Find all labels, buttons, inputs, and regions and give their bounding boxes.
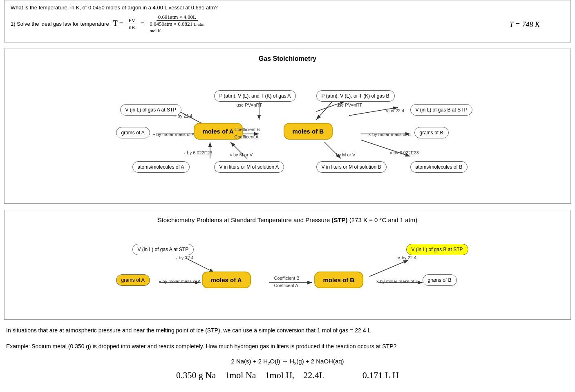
stp-label-coeff-B: Coefficient B <box>274 276 300 281</box>
gas-stoich-title: Gas Stoichiometry <box>11 55 564 62</box>
label-div-22-4-A: ÷ by 22.4 <box>174 114 192 118</box>
label-mov-B: ÷ by M or V <box>333 152 356 157</box>
stp-node-grams-A: grams of A <box>116 274 150 286</box>
handwriting-calculation: 0.350 g Na 1mol Na 1mol H2 22.4L 0.171 L… <box>0 370 575 381</box>
fraction: PV nR <box>127 17 137 31</box>
label-coeff-B: Coefficient B <box>235 127 260 132</box>
question-text: What is the temperature, in K, of 0.0450… <box>11 4 564 11</box>
solution-row: 1) Solve the ideal gas law for temperatu… <box>11 14 564 34</box>
stp-title-prefix: Stoichiometry Problems at Standard Tempe… <box>158 216 332 223</box>
node-p-atm-B: P (atm), V (L), or T (K) of gas B <box>316 90 395 102</box>
stp-node-moles-B: moles of B <box>314 272 364 288</box>
node-v-stp-B: V (in L) of gas B at STP <box>410 104 472 116</box>
label-mov-A: × by M or V <box>230 152 253 157</box>
stp-node-grams-B: grams of B <box>423 274 457 286</box>
stp-section: Stoichiometry Problems at Standard Tempe… <box>4 210 571 320</box>
stp-description: In situations that are at atmospheric pr… <box>6 326 569 336</box>
fraction-denominator: nR <box>127 24 136 31</box>
stp-node-v-stp-A: V (in L) of gas A at STP <box>132 244 194 255</box>
label-pvnrt-A: use PV=nRT <box>237 102 262 107</box>
stp-bold: (STP) <box>331 216 347 223</box>
formula-handwriting: T = PV nR = 0.691atm × 4.00L 0.0450atm ×… <box>113 14 208 34</box>
label-pvnrt-B: use PV=nRT <box>337 102 362 107</box>
handwriting-text: 0.350 g Na 1mol Na 1mol H2 22.4L 0.171 L… <box>176 370 399 380</box>
fraction-num-val: 0.691atm × 4.00L <box>157 14 198 21</box>
node-atoms-B: atoms/molecules of B <box>410 161 468 173</box>
svg-line-15 <box>186 258 214 272</box>
stp-title-suffix: (273 K = 0 °C and 1 atm) <box>349 216 418 223</box>
node-v-stp-A: V (in L) of gas A at STP <box>120 104 182 116</box>
node-atoms-A: atoms/molecules of A <box>132 161 190 173</box>
label-div-avogadro-A: ÷ by 6.022E23 <box>183 150 213 155</box>
example-text: Example: Sodium metal (0.350 g) is dropp… <box>6 342 569 352</box>
svg-line-18 <box>369 260 408 276</box>
label-times-22-4-B: × by 22.4 <box>386 108 405 113</box>
stp-node-v-stp-B: V (in L) of gas B at STP <box>406 244 468 255</box>
stp-label-molar-A: ÷ by molar mass of A <box>159 279 201 284</box>
svg-line-13 <box>316 101 333 120</box>
equation-text: 2 Na(s) + 2 H2O(l) → H2(g) + 2 NaOH(aq) <box>231 358 344 365</box>
text-section-example: Example: Sodium metal (0.350 g) is dropp… <box>4 342 571 352</box>
stp-flow-diagram: V (in L) of gas A at STP ÷ by 22.4 grams… <box>83 232 492 313</box>
fraction-den-val: 0.0450atm × 0.0821 L·atmmol·K <box>148 21 206 34</box>
text-section-1: In situations that are at atmospheric pr… <box>4 326 571 336</box>
gas-stoich-section: Gas Stoichiometry <box>4 49 571 204</box>
flow-diagram: P (atm), V (L), and T (K) of gas A P (at… <box>63 71 512 197</box>
fraction-values: 0.691atm × 4.00L 0.0450atm × 0.0821 L·at… <box>148 14 206 34</box>
stp-title: Stoichiometry Problems at Standard Tempe… <box>11 216 564 223</box>
stp-node-moles-A: moles of A <box>202 272 251 288</box>
fraction-numerator: PV <box>127 17 137 24</box>
node-v-liters-A: V in liters or M of solution A <box>214 161 284 173</box>
label-div-molar-A: ÷ by molar mass of A <box>153 132 195 137</box>
step-label: 1) Solve the ideal gas law for temperatu… <box>11 21 109 27</box>
node-grams-A: grams of A <box>116 127 150 138</box>
node-p-atm-A: P (atm), V (L), and T (K) of gas A <box>214 90 296 102</box>
chemical-equation: 2 Na(s) + 2 H2O(l) → H2(g) + 2 NaOH(aq) <box>0 358 575 366</box>
ideal-gas-section: What is the temperature, in K, of 0.0450… <box>4 0 571 42</box>
label-times-molar-B: × by molar mass of B <box>369 132 411 137</box>
label-times-avogadro-B: × by 6.022E23 <box>390 150 419 155</box>
stp-label-times-22-4: × by 22.4 <box>398 255 417 260</box>
answer-text: T = 748 K <box>510 20 540 29</box>
stp-label-coeff-A: Coefficent A <box>274 283 298 288</box>
node-grams-B: grams of B <box>414 127 449 138</box>
answer: T = 748 K <box>510 19 564 29</box>
stp-label-div-22-4: ÷ by 22.4 <box>175 255 194 260</box>
node-moles-B: moles of B <box>284 123 333 140</box>
node-v-liters-B: V in liters or M of solution B <box>316 161 387 173</box>
solution-left: 1) Solve the ideal gas law for temperatu… <box>11 14 208 34</box>
label-coeff-A: Coefficent A <box>235 134 259 139</box>
stp-label-molar-B: × by molar mass of B <box>376 279 419 284</box>
